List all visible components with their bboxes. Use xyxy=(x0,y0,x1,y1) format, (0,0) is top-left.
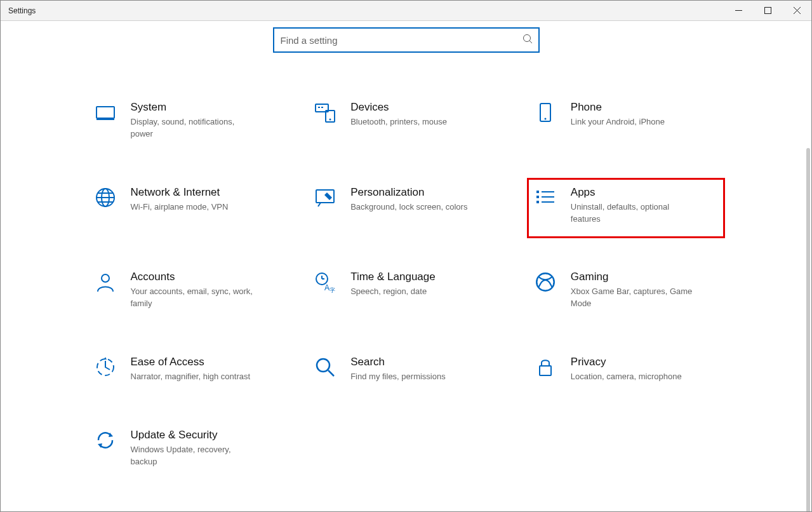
tile-desc: Uninstall, defaults, optional features xyxy=(571,201,698,226)
tile-desc: Your accounts, email, sync, work, family xyxy=(131,286,258,310)
phone-icon xyxy=(534,101,557,124)
tile-desc: Windows Update, recovery, backup xyxy=(131,444,258,468)
title-bar: Settings xyxy=(1,1,811,21)
tile-desc: Speech, region, date xyxy=(350,286,477,298)
person-icon xyxy=(94,271,117,293)
window-controls xyxy=(724,1,811,20)
tile-system[interactable]: SystemDisplay, sound, notifications, pow… xyxy=(89,97,284,144)
tile-time[interactable]: Time & LanguageSpeech, region, date xyxy=(309,267,503,314)
gaming-icon xyxy=(534,271,557,293)
tile-update[interactable]: Update & SecurityWindows Update, recover… xyxy=(89,425,284,472)
apps-icon xyxy=(534,186,557,209)
tile-phone[interactable]: PhoneLink your Android, iPhone xyxy=(529,97,724,144)
system-icon xyxy=(94,101,117,124)
settings-grid: SystemDisplay, sound, notifications, pow… xyxy=(89,97,724,472)
tile-desc: Xbox Game Bar, captures, Game Mode xyxy=(571,286,698,310)
search-box[interactable] xyxy=(273,27,540,53)
personalization-icon xyxy=(314,186,336,209)
content-area: SystemDisplay, sound, notifications, pow… xyxy=(1,21,811,512)
tile-title: Ease of Access xyxy=(131,356,279,368)
tile-desc: Link your Android, iPhone xyxy=(571,116,698,128)
tile-title: Search xyxy=(350,356,498,368)
tile-title: System xyxy=(131,101,279,114)
tile-title: Gaming xyxy=(571,271,719,283)
close-button[interactable] xyxy=(782,1,811,20)
tile-desc: Location, camera, microphone xyxy=(571,371,698,383)
tile-title: Apps xyxy=(571,186,719,199)
svg-line-5 xyxy=(529,41,532,43)
globe-icon xyxy=(94,186,117,209)
tile-title: Network & Internet xyxy=(131,186,279,199)
tile-desc: Bluetooth, printers, mouse xyxy=(350,116,477,128)
maximize-button[interactable] xyxy=(753,1,782,20)
tile-desc: Find my files, permissions xyxy=(350,371,477,383)
tile-network[interactable]: Network & InternetWi-Fi, airplane mode, … xyxy=(89,182,284,229)
svg-rect-1 xyxy=(764,8,771,14)
search-icon xyxy=(314,356,336,379)
devices-icon xyxy=(314,101,336,124)
tile-privacy[interactable]: PrivacyLocation, camera, microphone xyxy=(529,352,724,387)
tile-accounts[interactable]: AccountsYour accounts, email, sync, work… xyxy=(89,267,284,314)
tile-search[interactable]: SearchFind my files, permissions xyxy=(309,352,503,387)
time-language-icon xyxy=(314,271,336,293)
scrollbar-thumb[interactable] xyxy=(806,148,810,512)
tile-apps[interactable]: AppsUninstall, defaults, optional featur… xyxy=(527,178,726,239)
tile-title: Devices xyxy=(350,101,498,114)
tile-devices[interactable]: DevicesBluetooth, printers, mouse xyxy=(309,97,503,144)
tile-title: Accounts xyxy=(131,271,279,283)
tile-gaming[interactable]: GamingXbox Game Bar, captures, Game Mode xyxy=(529,267,724,314)
tile-title: Personalization xyxy=(350,186,498,199)
update-icon xyxy=(94,429,117,452)
window-title: Settings xyxy=(8,6,36,15)
tile-desc: Wi-Fi, airplane mode, VPN xyxy=(131,201,258,213)
lock-icon xyxy=(534,356,557,379)
tile-personalization[interactable]: PersonalizationBackground, lock screen, … xyxy=(309,182,503,229)
tile-title: Time & Language xyxy=(350,271,498,283)
svg-point-4 xyxy=(523,35,530,42)
search-input[interactable] xyxy=(274,35,517,46)
tile-desc: Background, lock screen, colors xyxy=(350,201,477,213)
ease-icon xyxy=(94,356,117,379)
tile-desc: Narrator, magnifier, high contrast xyxy=(131,371,258,383)
tile-desc: Display, sound, notifications, power xyxy=(131,116,258,140)
tile-ease[interactable]: Ease of AccessNarrator, magnifier, high … xyxy=(89,352,284,387)
minimize-button[interactable] xyxy=(724,1,753,20)
tile-title: Update & Security xyxy=(131,429,279,441)
search-icon xyxy=(517,34,538,46)
tile-title: Privacy xyxy=(571,356,719,368)
tile-title: Phone xyxy=(571,101,719,114)
